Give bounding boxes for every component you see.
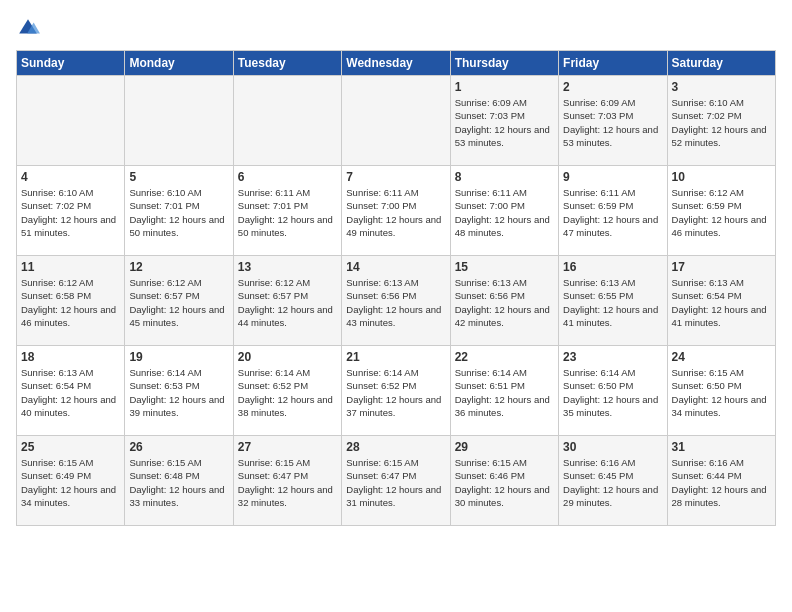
day-info: Sunrise: 6:12 AM Sunset: 6:57 PM Dayligh… [238,276,337,329]
day-number: 1 [455,80,554,94]
calendar-cell: 4Sunrise: 6:10 AM Sunset: 7:02 PM Daylig… [17,166,125,256]
day-number: 7 [346,170,445,184]
day-info: Sunrise: 6:09 AM Sunset: 7:03 PM Dayligh… [563,96,662,149]
calendar-table: SundayMondayTuesdayWednesdayThursdayFrid… [16,50,776,526]
calendar-cell: 21Sunrise: 6:14 AM Sunset: 6:52 PM Dayli… [342,346,450,436]
day-number: 10 [672,170,771,184]
weekday-header-thursday: Thursday [450,51,558,76]
calendar-cell: 10Sunrise: 6:12 AM Sunset: 6:59 PM Dayli… [667,166,775,256]
day-number: 25 [21,440,120,454]
day-info: Sunrise: 6:11 AM Sunset: 6:59 PM Dayligh… [563,186,662,239]
weekday-header-friday: Friday [559,51,667,76]
day-number: 22 [455,350,554,364]
weekday-header-wednesday: Wednesday [342,51,450,76]
day-number: 23 [563,350,662,364]
calendar-cell: 24Sunrise: 6:15 AM Sunset: 6:50 PM Dayli… [667,346,775,436]
day-info: Sunrise: 6:10 AM Sunset: 7:01 PM Dayligh… [129,186,228,239]
day-number: 12 [129,260,228,274]
calendar-week-row: 25Sunrise: 6:15 AM Sunset: 6:49 PM Dayli… [17,436,776,526]
day-info: Sunrise: 6:11 AM Sunset: 7:01 PM Dayligh… [238,186,337,239]
calendar-cell: 1Sunrise: 6:09 AM Sunset: 7:03 PM Daylig… [450,76,558,166]
day-info: Sunrise: 6:11 AM Sunset: 7:00 PM Dayligh… [455,186,554,239]
logo-icon [16,16,40,40]
day-number: 15 [455,260,554,274]
day-info: Sunrise: 6:13 AM Sunset: 6:56 PM Dayligh… [346,276,445,329]
day-number: 21 [346,350,445,364]
day-info: Sunrise: 6:16 AM Sunset: 6:44 PM Dayligh… [672,456,771,509]
day-info: Sunrise: 6:14 AM Sunset: 6:50 PM Dayligh… [563,366,662,419]
calendar-week-row: 4Sunrise: 6:10 AM Sunset: 7:02 PM Daylig… [17,166,776,256]
day-number: 5 [129,170,228,184]
day-number: 11 [21,260,120,274]
weekday-header-sunday: Sunday [17,51,125,76]
page-header [16,16,776,40]
calendar-cell: 28Sunrise: 6:15 AM Sunset: 6:47 PM Dayli… [342,436,450,526]
calendar-cell: 25Sunrise: 6:15 AM Sunset: 6:49 PM Dayli… [17,436,125,526]
day-number: 9 [563,170,662,184]
calendar-cell: 27Sunrise: 6:15 AM Sunset: 6:47 PM Dayli… [233,436,341,526]
day-number: 2 [563,80,662,94]
weekday-header-row: SundayMondayTuesdayWednesdayThursdayFrid… [17,51,776,76]
calendar-cell [17,76,125,166]
calendar-cell: 2Sunrise: 6:09 AM Sunset: 7:03 PM Daylig… [559,76,667,166]
day-info: Sunrise: 6:15 AM Sunset: 6:48 PM Dayligh… [129,456,228,509]
calendar-cell: 17Sunrise: 6:13 AM Sunset: 6:54 PM Dayli… [667,256,775,346]
day-info: Sunrise: 6:14 AM Sunset: 6:52 PM Dayligh… [238,366,337,419]
day-number: 31 [672,440,771,454]
calendar-cell [342,76,450,166]
day-info: Sunrise: 6:15 AM Sunset: 6:47 PM Dayligh… [346,456,445,509]
day-info: Sunrise: 6:13 AM Sunset: 6:55 PM Dayligh… [563,276,662,329]
day-info: Sunrise: 6:14 AM Sunset: 6:53 PM Dayligh… [129,366,228,419]
calendar-cell: 30Sunrise: 6:16 AM Sunset: 6:45 PM Dayli… [559,436,667,526]
day-number: 29 [455,440,554,454]
day-info: Sunrise: 6:14 AM Sunset: 6:52 PM Dayligh… [346,366,445,419]
day-info: Sunrise: 6:15 AM Sunset: 6:46 PM Dayligh… [455,456,554,509]
day-number: 20 [238,350,337,364]
calendar-cell: 20Sunrise: 6:14 AM Sunset: 6:52 PM Dayli… [233,346,341,436]
day-info: Sunrise: 6:10 AM Sunset: 7:02 PM Dayligh… [21,186,120,239]
calendar-cell: 11Sunrise: 6:12 AM Sunset: 6:58 PM Dayli… [17,256,125,346]
day-number: 19 [129,350,228,364]
day-info: Sunrise: 6:12 AM Sunset: 6:58 PM Dayligh… [21,276,120,329]
calendar-body: 1Sunrise: 6:09 AM Sunset: 7:03 PM Daylig… [17,76,776,526]
calendar-cell: 31Sunrise: 6:16 AM Sunset: 6:44 PM Dayli… [667,436,775,526]
day-number: 18 [21,350,120,364]
calendar-cell [233,76,341,166]
calendar-cell: 6Sunrise: 6:11 AM Sunset: 7:01 PM Daylig… [233,166,341,256]
logo [16,16,44,40]
calendar-cell: 7Sunrise: 6:11 AM Sunset: 7:00 PM Daylig… [342,166,450,256]
calendar-cell: 14Sunrise: 6:13 AM Sunset: 6:56 PM Dayli… [342,256,450,346]
day-number: 16 [563,260,662,274]
day-info: Sunrise: 6:11 AM Sunset: 7:00 PM Dayligh… [346,186,445,239]
day-number: 6 [238,170,337,184]
weekday-header-monday: Monday [125,51,233,76]
day-info: Sunrise: 6:15 AM Sunset: 6:47 PM Dayligh… [238,456,337,509]
calendar-cell: 13Sunrise: 6:12 AM Sunset: 6:57 PM Dayli… [233,256,341,346]
day-info: Sunrise: 6:16 AM Sunset: 6:45 PM Dayligh… [563,456,662,509]
calendar-week-row: 18Sunrise: 6:13 AM Sunset: 6:54 PM Dayli… [17,346,776,436]
calendar-cell: 9Sunrise: 6:11 AM Sunset: 6:59 PM Daylig… [559,166,667,256]
day-info: Sunrise: 6:13 AM Sunset: 6:56 PM Dayligh… [455,276,554,329]
day-info: Sunrise: 6:15 AM Sunset: 6:49 PM Dayligh… [21,456,120,509]
weekday-header-saturday: Saturday [667,51,775,76]
day-number: 4 [21,170,120,184]
calendar-cell: 22Sunrise: 6:14 AM Sunset: 6:51 PM Dayli… [450,346,558,436]
day-number: 14 [346,260,445,274]
day-number: 26 [129,440,228,454]
day-info: Sunrise: 6:10 AM Sunset: 7:02 PM Dayligh… [672,96,771,149]
day-info: Sunrise: 6:14 AM Sunset: 6:51 PM Dayligh… [455,366,554,419]
day-number: 8 [455,170,554,184]
day-number: 17 [672,260,771,274]
calendar-header: SundayMondayTuesdayWednesdayThursdayFrid… [17,51,776,76]
day-number: 28 [346,440,445,454]
calendar-cell: 26Sunrise: 6:15 AM Sunset: 6:48 PM Dayli… [125,436,233,526]
calendar-cell: 8Sunrise: 6:11 AM Sunset: 7:00 PM Daylig… [450,166,558,256]
calendar-cell: 19Sunrise: 6:14 AM Sunset: 6:53 PM Dayli… [125,346,233,436]
day-number: 13 [238,260,337,274]
weekday-header-tuesday: Tuesday [233,51,341,76]
calendar-cell: 18Sunrise: 6:13 AM Sunset: 6:54 PM Dayli… [17,346,125,436]
calendar-cell: 29Sunrise: 6:15 AM Sunset: 6:46 PM Dayli… [450,436,558,526]
calendar-cell: 16Sunrise: 6:13 AM Sunset: 6:55 PM Dayli… [559,256,667,346]
day-info: Sunrise: 6:13 AM Sunset: 6:54 PM Dayligh… [21,366,120,419]
calendar-cell: 3Sunrise: 6:10 AM Sunset: 7:02 PM Daylig… [667,76,775,166]
